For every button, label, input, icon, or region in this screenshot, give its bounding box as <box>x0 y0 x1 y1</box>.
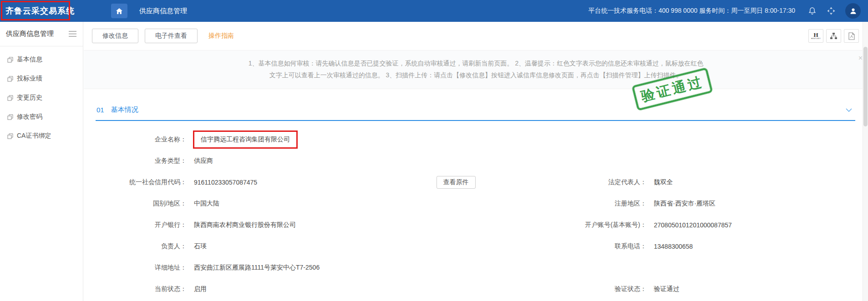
window-icon <box>7 57 13 63</box>
operation-guide-link[interactable]: 操作指南 <box>208 32 234 40</box>
field-verification-status: 验证状态： 验证通过 <box>476 285 856 293</box>
field-value: 魏双全 <box>654 178 673 186</box>
chevron-down-icon[interactable] <box>845 108 853 112</box>
window-icon <box>7 133 13 139</box>
field-value: 中国大陆 <box>194 200 219 208</box>
field-contact-phone: 联系电话： 13488300658 <box>476 242 856 251</box>
field-bank-name: 开户银行： 陕西商南农村商业银行股份有限公司 <box>96 221 476 229</box>
field-value: 916110233057087475 <box>194 179 257 186</box>
sidebar-item-ca-certificate[interactable]: CA证书绑定 <box>0 126 83 145</box>
home-button[interactable] <box>111 4 127 18</box>
window-icon <box>7 76 13 82</box>
form-row: 当前状态： 启用 验证状态： 验证通过 <box>96 278 855 300</box>
field-value: 13488300658 <box>654 243 693 250</box>
section-divider <box>96 120 855 121</box>
notification-bell-button[interactable] <box>807 6 817 16</box>
section-number: 01 <box>96 106 104 114</box>
modify-info-button[interactable]: 修改信息 <box>92 29 138 43</box>
toolbar: 修改信息 电子件查看 操作指南 H HISTORY <box>84 22 868 50</box>
basic-info-form: 企业名称： 信宇腾远工程咨询集团有限公司 业务类型： 供应商 统一社会信用代码：… <box>96 129 855 300</box>
service-hotline-text: 平台统一技术服务电话：400 998 0000 服务时间：周一至周日 8:00-… <box>589 7 795 15</box>
field-legal-representative: 法定代表人： 魏双全 <box>476 178 856 186</box>
tab-supplier-info[interactable]: 供应商信息管理 <box>139 7 187 15</box>
history-button[interactable]: H HISTORY <box>808 29 823 43</box>
form-row: 企业名称： 信宇腾远工程咨询集团有限公司 <box>96 129 855 150</box>
sitemap-button[interactable] <box>826 29 841 43</box>
section-header: 01 基本情况 <box>96 105 855 114</box>
history-icon-label: HISTORY <box>811 37 821 40</box>
hamburger-menu-icon[interactable] <box>69 31 76 37</box>
section-title: 基本情况 <box>111 105 138 114</box>
field-label: 验证状态： <box>476 285 647 293</box>
field-label: 负责人： <box>96 242 187 251</box>
form-row: 详细地址： 西安曲江新区雁展路1111号莱安中心T7-2506 <box>96 257 855 278</box>
field-label: 法定代表人： <box>476 178 647 186</box>
notice-line-1: 1、基本信息如何审核：请先确认信息是否已提交验证，系统自动审核通过，请刷新当前页… <box>111 57 841 69</box>
field-label: 业务类型： <box>96 157 187 165</box>
field-value: 供应商 <box>194 157 213 165</box>
window-icon <box>7 114 13 120</box>
scrollbar-thumb[interactable] <box>863 47 868 126</box>
basic-info-panel: 01 基本情况 企业名称： 信宇腾远工程咨询集团有限公司 业务类型： 供应商 <box>84 89 868 300</box>
window-icon <box>7 95 13 101</box>
sidebar-item-bid-performance[interactable]: 投标业绩 <box>0 69 83 88</box>
user-icon <box>849 7 857 15</box>
field-value: 西安曲江新区雁展路1111号莱安中心T7-2506 <box>194 264 320 272</box>
system-title: 齐鲁云采交易系统 <box>0 5 83 16</box>
field-registered-region: 注册地区： 陕西省·西安市·雁塔区 <box>476 200 856 208</box>
sidebar-item-label: 变更历史 <box>17 94 42 102</box>
sidebar-item-change-password[interactable]: 修改密码 <box>0 107 83 126</box>
sidebar-menu: 基本信息 投标业绩 变更历史 修改密码 <box>0 46 83 145</box>
notice-line-2: 文字上可以查看上一次审核通过的信息。 3、扫描件上传：请点击【修改信息】按钮进入… <box>111 69 841 81</box>
field-label: 开户银行： <box>96 221 187 229</box>
notice-banner: 1、基本信息如何审核：请先确认信息是否已提交验证，系统自动审核通过，请刷新当前页… <box>84 50 868 89</box>
field-value: 验证通过 <box>654 285 680 293</box>
sidebar: 供应商信息管理 基本信息 投标业绩 变更历史 <box>0 22 83 301</box>
field-label: 开户账号(基本账号)： <box>476 221 647 229</box>
sidebar-item-change-history[interactable]: 变更历史 <box>0 88 83 107</box>
field-value: 2708050101201000087857 <box>654 221 732 229</box>
main-content: 修改信息 电子件查看 操作指南 H HISTORY 1、基本信息如何审核：请先确… <box>84 22 868 301</box>
field-person-in-charge: 负责人： 石瑛 <box>96 242 476 251</box>
field-label: 注册地区： <box>476 200 647 208</box>
sidebar-header: 供应商信息管理 <box>0 22 83 46</box>
vertical-scrollbar[interactable] <box>863 22 868 301</box>
field-value: 启用 <box>194 285 207 293</box>
expand-menu-button[interactable] <box>826 6 836 16</box>
field-value: 石瑛 <box>194 242 207 251</box>
field-current-status: 当前状态： 启用 <box>96 285 476 293</box>
field-bank-account: 开户账号(基本账号)： 2708050101201000087857 <box>476 221 856 229</box>
field-label: 国别/地区： <box>96 200 187 208</box>
sidebar-item-basic-info[interactable]: 基本信息 <box>0 50 83 69</box>
field-country-region: 国别/地区： 中国大陆 <box>96 200 476 208</box>
field-label: 当前状态： <box>96 285 187 293</box>
field-label: 企业名称： <box>96 135 187 144</box>
view-original-button[interactable]: 查看原件 <box>437 176 476 189</box>
field-company-name: 企业名称： 信宇腾远工程咨询集团有限公司 <box>96 130 476 149</box>
expand-arrows-icon <box>827 6 836 15</box>
home-icon <box>116 8 123 15</box>
close-icon[interactable]: × <box>858 52 863 64</box>
sitemap-icon <box>830 32 838 40</box>
bell-icon <box>808 7 816 15</box>
field-business-type: 业务类型： 供应商 <box>96 157 476 165</box>
field-label: 详细地址： <box>96 264 187 272</box>
form-row: 统一社会信用代码： 916110233057087475 查看原件 法定代表人：… <box>96 171 855 193</box>
top-header: 齐鲁云采交易系统 供应商信息管理 平台统一技术服务电话：400 998 0000… <box>0 0 868 22</box>
company-name-value-annotated: 信宇腾远工程咨询集团有限公司 <box>193 130 298 149</box>
sidebar-item-label: 投标业绩 <box>17 75 42 83</box>
eview-button[interactable]: 电子件查看 <box>145 29 198 43</box>
field-credit-code: 统一社会信用代码： 916110233057087475 查看原件 <box>96 176 476 189</box>
field-label: 统一社会信用代码： <box>96 178 187 186</box>
pdf-export-button[interactable] <box>844 29 859 43</box>
history-icon: H <box>813 32 818 37</box>
sidebar-item-label: 修改密码 <box>17 113 42 121</box>
field-detailed-address: 详细地址： 西安曲江新区雁展路1111号莱安中心T7-2506 <box>96 264 476 272</box>
field-label: 联系电话： <box>476 242 647 251</box>
sidebar-item-label: CA证书绑定 <box>17 132 51 140</box>
sidebar-item-label: 基本信息 <box>17 55 42 64</box>
form-row: 开户银行： 陕西商南农村商业银行股份有限公司 开户账号(基本账号)： 27080… <box>96 214 855 236</box>
user-avatar[interactable] <box>845 3 861 19</box>
sidebar-title: 供应商信息管理 <box>6 30 54 38</box>
field-value: 陕西商南农村商业银行股份有限公司 <box>194 221 296 229</box>
